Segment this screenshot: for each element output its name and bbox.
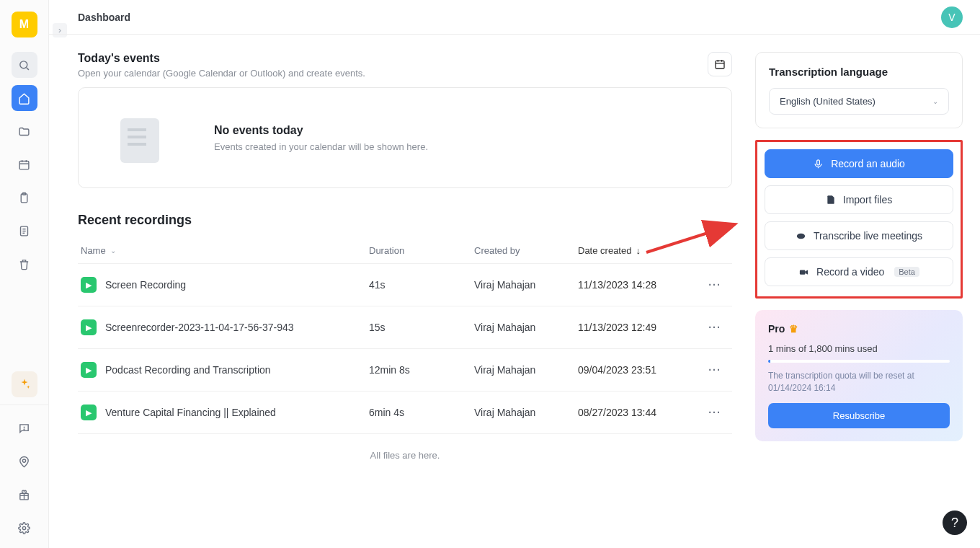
row-actions-button[interactable]: ··· <box>708 407 721 418</box>
table-row[interactable]: ▶Screenrecorder-2023-11-04-17-56-37-9431… <box>78 306 732 349</box>
file-type-icon: ▶ <box>81 277 97 293</box>
recording-date: 11/13/2023 12:49 <box>578 322 700 333</box>
chevron-down-icon: ⌄ <box>110 247 116 255</box>
crown-icon: ♛ <box>789 323 798 335</box>
svg-rect-2 <box>19 161 29 169</box>
folder-icon[interactable] <box>12 118 37 144</box>
recording-duration: 6min 4s <box>369 407 474 418</box>
record-video-button[interactable]: Record a video Beta <box>765 257 953 286</box>
recording-creator: Viraj Mahajan <box>474 279 578 291</box>
avatar[interactable]: V <box>941 6 963 28</box>
language-panel: Transcription language English (United S… <box>755 52 963 128</box>
empty-illustration <box>99 105 185 170</box>
file-type-icon: ▶ <box>81 405 97 420</box>
recording-name: Venture Capital Financing || Explained <box>105 407 276 418</box>
sort-desc-icon: ↓ <box>636 245 641 256</box>
location-icon[interactable] <box>12 448 37 474</box>
actions-panel: Record an audio Import files Transcribe … <box>755 140 963 299</box>
all-files-text: All files are here. <box>78 434 732 477</box>
table-row[interactable]: ▶Podcast Recording and Transcription12mi… <box>78 349 732 392</box>
recording-duration: 41s <box>369 279 474 291</box>
recording-duration: 15s <box>369 322 474 333</box>
recording-date: 08/27/2023 13:44 <box>578 407 700 418</box>
mic-icon <box>813 159 824 169</box>
row-actions-button[interactable]: ··· <box>708 364 721 376</box>
empty-subtitle: Events created in your calendar will be … <box>214 141 428 152</box>
language-title: Transcription language <box>769 66 949 78</box>
recording-creator: Viraj Mahajan <box>474 322 578 333</box>
app-logo[interactable]: M <box>12 12 37 37</box>
svg-rect-23 <box>817 159 820 164</box>
recording-duration: 12min 8s <box>369 364 474 376</box>
col-date[interactable]: Date created <box>578 245 631 256</box>
file-type-icon: ▶ <box>81 362 97 378</box>
recording-date: 09/04/2023 23:51 <box>578 364 700 376</box>
record-audio-button[interactable]: Record an audio <box>765 149 953 178</box>
svg-point-24 <box>797 233 805 239</box>
events-title: Today's events <box>78 52 365 65</box>
notes-icon[interactable] <box>12 218 37 244</box>
file-icon <box>826 195 836 205</box>
table-row[interactable]: ▶Screen Recording41sViraj Mahajan11/13/2… <box>78 264 732 306</box>
svg-point-14 <box>22 459 25 461</box>
svg-point-0 <box>20 61 27 68</box>
empty-title: No events today <box>214 124 428 137</box>
resubscribe-button[interactable]: Resubscribe <box>768 403 950 428</box>
table-header: Name⌄ Duration Created by Date created↓ <box>78 238 732 264</box>
transcribe-live-button[interactable]: Transcribe live meetings <box>765 221 953 250</box>
recording-name: Screenrecorder-2023-11-04-17-56-37-943 <box>105 322 294 333</box>
pro-title: Pro <box>768 323 785 335</box>
svg-line-1 <box>27 67 29 69</box>
settings-icon[interactable] <box>12 515 37 541</box>
sidebar: M <box>0 0 49 548</box>
svg-point-13 <box>24 429 24 430</box>
gift-icon[interactable] <box>12 482 37 508</box>
pro-card: Pro♛ 1 mins of 1,800 mins used The trans… <box>755 310 963 441</box>
events-subtitle: Open your calendar (Google Calendar or O… <box>78 68 365 79</box>
import-files-button[interactable]: Import files <box>765 185 953 214</box>
open-calendar-button[interactable] <box>708 52 732 76</box>
recent-title: Recent recordings <box>78 213 732 228</box>
file-type-icon: ▶ <box>81 319 97 335</box>
video-icon <box>798 267 809 278</box>
page-title: Dashboard <box>78 12 130 23</box>
events-empty-card: No events today Events created in your c… <box>78 87 732 188</box>
recording-creator: Viraj Mahajan <box>474 364 578 376</box>
recording-name: Screen Recording <box>105 279 186 291</box>
recording-date: 11/13/2023 14:28 <box>578 279 700 291</box>
help-button[interactable]: ? <box>943 511 967 535</box>
calendar-icon[interactable] <box>12 151 37 177</box>
home-icon[interactable] <box>12 85 37 111</box>
svg-rect-25 <box>800 270 806 274</box>
clipboard-icon[interactable] <box>12 185 37 211</box>
usage-text: 1 mins of 1,800 mins used <box>768 343 950 354</box>
language-value: English (United States) <box>780 96 876 107</box>
col-name[interactable]: Name <box>81 245 106 256</box>
topbar: Dashboard V <box>49 0 980 35</box>
trash-icon[interactable] <box>12 251 37 277</box>
row-actions-button[interactable]: ··· <box>708 322 721 333</box>
search-icon[interactable] <box>12 52 37 78</box>
reset-text: The transcription quota will be reset at… <box>768 370 950 394</box>
recording-creator: Viraj Mahajan <box>474 407 578 418</box>
col-created-by[interactable]: Created by <box>474 245 578 256</box>
feedback-icon[interactable] <box>12 415 37 441</box>
language-select[interactable]: English (United States) ⌄ <box>769 88 949 115</box>
row-actions-button[interactable]: ··· <box>708 279 721 291</box>
col-duration[interactable]: Duration <box>369 245 474 256</box>
chevron-down-icon: ⌄ <box>932 97 938 105</box>
beta-badge: Beta <box>894 267 919 277</box>
usage-bar <box>768 360 950 363</box>
svg-rect-19 <box>716 61 724 68</box>
table-row[interactable]: ▶Venture Capital Financing || Explained6… <box>78 392 732 434</box>
recording-name: Podcast Recording and Transcription <box>105 364 271 376</box>
svg-point-18 <box>22 526 25 529</box>
ai-sparkle-icon[interactable] <box>12 371 37 397</box>
live-icon <box>796 231 806 242</box>
